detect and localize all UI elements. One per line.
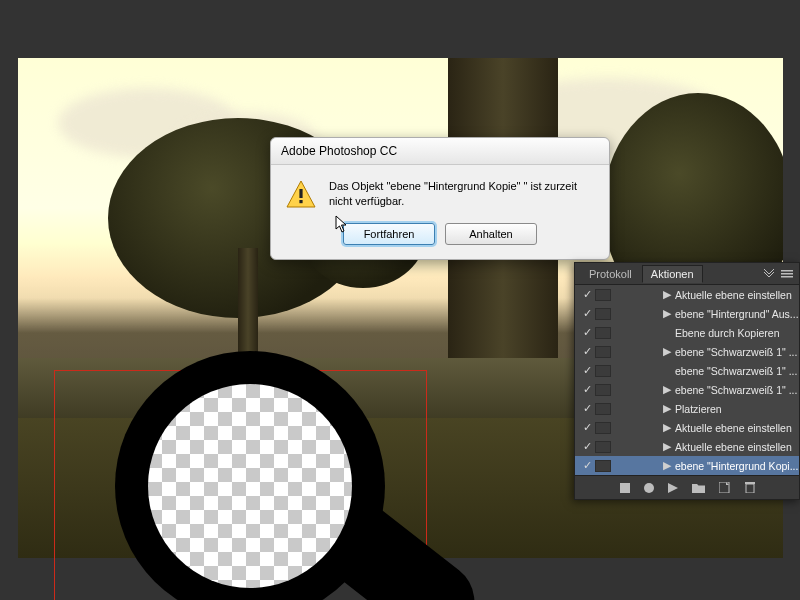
panel-menu-icon[interactable] — [781, 269, 793, 279]
actions-panel: Protokoll Aktionen ✓▶Aktuelle ebene eins… — [574, 262, 800, 500]
dialog-message: Das Objekt "ebene "Hintergrund Kopie" " … — [329, 179, 595, 211]
action-label: Ebene durch Kopieren — [675, 327, 799, 339]
stop-icon[interactable] — [620, 483, 630, 493]
modal-toggle[interactable] — [595, 384, 611, 396]
modal-toggle[interactable] — [595, 289, 611, 301]
dialog-title: Adobe Photoshop CC — [271, 138, 609, 165]
action-row[interactable]: ✓▶ebene "Hintergrund Kopi... — [575, 456, 799, 475]
modal-toggle[interactable] — [595, 308, 611, 320]
svg-rect-7 — [620, 483, 630, 493]
expand-icon[interactable]: ▶ — [663, 459, 675, 472]
action-label: ebene "Hintergrund Kopi... — [675, 460, 799, 472]
panel-tabs: Protokoll Aktionen — [575, 263, 799, 285]
magnifier-overlay — [54, 370, 427, 600]
action-row[interactable]: ✓▶Aktuelle ebene einstellen — [575, 285, 799, 304]
action-row[interactable]: ✓Ebene durch Kopieren — [575, 323, 799, 342]
modal-toggle[interactable] — [595, 460, 611, 472]
check-icon[interactable]: ✓ — [579, 440, 595, 453]
new-step-icon[interactable] — [719, 482, 731, 493]
expand-icon[interactable]: ▶ — [663, 402, 675, 415]
action-list[interactable]: ✓▶Aktuelle ebene einstellen✓▶ebene "Hint… — [575, 285, 799, 475]
record-icon[interactable] — [644, 483, 654, 493]
svg-rect-2 — [299, 200, 302, 203]
collapse-icon[interactable] — [763, 269, 775, 279]
expand-icon[interactable]: ▶ — [663, 383, 675, 396]
expand-icon[interactable]: ▶ — [663, 345, 675, 358]
modal-toggle[interactable] — [595, 346, 611, 358]
trash-icon[interactable] — [745, 482, 755, 493]
check-icon[interactable]: ✓ — [579, 383, 595, 396]
svg-rect-5 — [781, 273, 793, 275]
action-row[interactable]: ✓▶ebene "Schwarzweiß 1" ... — [575, 342, 799, 361]
modal-toggle[interactable] — [595, 441, 611, 453]
check-icon[interactable]: ✓ — [579, 421, 595, 434]
expand-icon[interactable]: ▶ — [663, 288, 675, 301]
action-label: Platzieren — [675, 403, 799, 415]
warning-icon — [285, 179, 317, 211]
action-row[interactable]: ✓ebene "Schwarzweiß 1" ... — [575, 361, 799, 380]
svg-point-8 — [644, 483, 654, 493]
action-row[interactable]: ✓▶Aktuelle ebene einstellen — [575, 437, 799, 456]
expand-icon[interactable]: ▶ — [663, 440, 675, 453]
expand-icon[interactable]: ▶ — [663, 307, 675, 320]
check-icon[interactable]: ✓ — [579, 364, 595, 377]
svg-marker-9 — [668, 483, 678, 493]
modal-toggle[interactable] — [595, 422, 611, 434]
action-label: ebene "Schwarzweiß 1" ... — [675, 365, 799, 377]
play-icon[interactable] — [668, 483, 678, 493]
continue-button[interactable]: Fortfahren — [343, 223, 435, 245]
action-row[interactable]: ✓▶ebene "Hintergrund" Aus... — [575, 304, 799, 323]
check-icon[interactable]: ✓ — [579, 288, 595, 301]
action-label: Aktuelle ebene einstellen — [675, 422, 799, 434]
modal-toggle[interactable] — [595, 327, 611, 339]
svg-rect-4 — [781, 270, 793, 272]
action-label: ebene "Schwarzweiß 1" ... — [675, 384, 799, 396]
tab-aktionen[interactable]: Aktionen — [642, 265, 703, 283]
svg-rect-12 — [745, 482, 755, 484]
check-icon[interactable]: ✓ — [579, 307, 595, 320]
stop-button[interactable]: Anhalten — [445, 223, 537, 245]
check-icon[interactable]: ✓ — [579, 459, 595, 472]
check-icon[interactable]: ✓ — [579, 402, 595, 415]
svg-rect-1 — [299, 189, 302, 198]
modal-toggle[interactable] — [595, 365, 611, 377]
transparency-grid — [148, 384, 352, 588]
action-label: ebene "Hintergrund" Aus... — [675, 308, 799, 320]
action-label: Aktuelle ebene einstellen — [675, 441, 799, 453]
svg-rect-11 — [746, 484, 754, 493]
action-row[interactable]: ✓▶Platzieren — [575, 399, 799, 418]
tab-protokoll[interactable]: Protokoll — [581, 266, 640, 282]
check-icon[interactable]: ✓ — [579, 326, 595, 339]
expand-icon[interactable]: ▶ — [663, 421, 675, 434]
modal-toggle[interactable] — [595, 403, 611, 415]
action-label: Aktuelle ebene einstellen — [675, 289, 799, 301]
warning-dialog: Adobe Photoshop CC Das Objekt "ebene "Hi… — [270, 137, 610, 260]
panel-footer — [575, 475, 799, 499]
check-icon[interactable]: ✓ — [579, 345, 595, 358]
action-row[interactable]: ✓▶ebene "Schwarzweiß 1" ... — [575, 380, 799, 399]
action-label: ebene "Schwarzweiß 1" ... — [675, 346, 799, 358]
folder-icon[interactable] — [692, 483, 705, 493]
action-row[interactable]: ✓▶Aktuelle ebene einstellen — [575, 418, 799, 437]
svg-rect-6 — [781, 276, 793, 278]
